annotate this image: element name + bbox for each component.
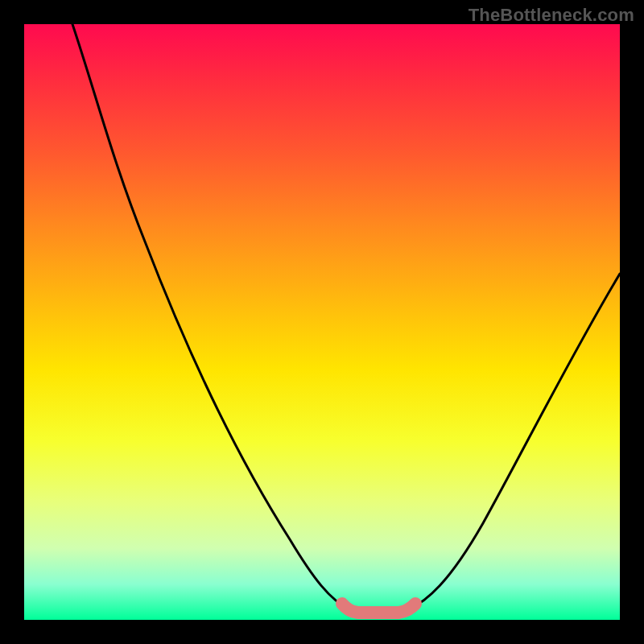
watermark-text: TheBottleneck.com (469, 5, 634, 26)
bottleneck-curve (72, 24, 620, 612)
optimal-range-highlight (342, 604, 415, 613)
gradient-plot-area (24, 24, 620, 620)
curve-layer (24, 24, 620, 620)
outer-frame: TheBottleneck.com (0, 0, 644, 644)
